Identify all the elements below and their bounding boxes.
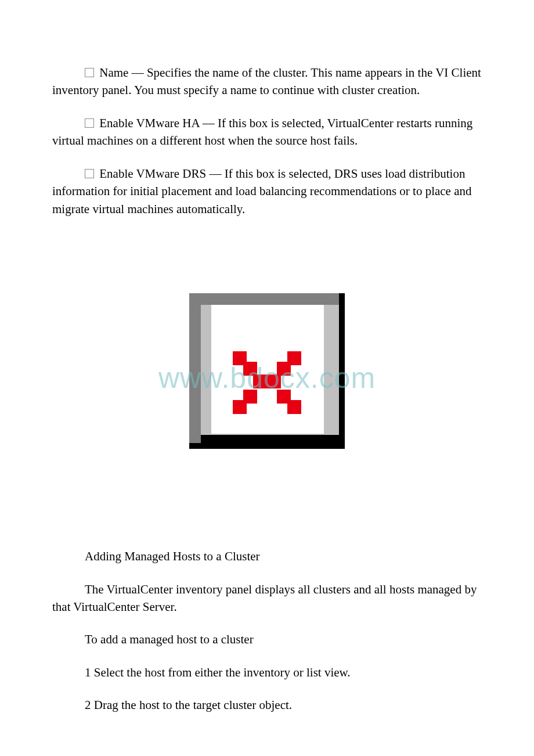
section-heading: Adding Managed Hosts to a Cluster xyxy=(52,548,482,565)
figure-container xyxy=(52,293,482,449)
option-label: Name xyxy=(99,66,128,80)
document-page: Name — Specifies the name of the cluster… xyxy=(0,0,534,756)
paragraph-inventory-desc: The VirtualCenter inventory panel displa… xyxy=(52,581,482,616)
error-x-icon xyxy=(233,351,301,414)
step-2: 2 Drag the host to the target cluster ob… xyxy=(52,696,482,714)
paragraph-add-host-intro: To add a managed host to a cluster xyxy=(52,631,482,648)
paragraph-enable-drs: Enable VMware DRS — If this box is selec… xyxy=(52,165,482,218)
option-label: Enable VMware HA xyxy=(99,116,199,130)
checkbox-icon xyxy=(85,68,94,77)
checkbox-icon xyxy=(85,169,94,178)
broken-image-placeholder xyxy=(189,293,345,449)
step-1: 1 Select the host from either the invent… xyxy=(52,664,482,681)
checkbox-icon xyxy=(85,118,94,128)
paragraph-name-option: Name — Specifies the name of the cluster… xyxy=(52,64,482,99)
paragraph-enable-ha: Enable VMware HA — If this box is select… xyxy=(52,114,482,150)
option-label: Enable VMware DRS xyxy=(99,167,206,181)
